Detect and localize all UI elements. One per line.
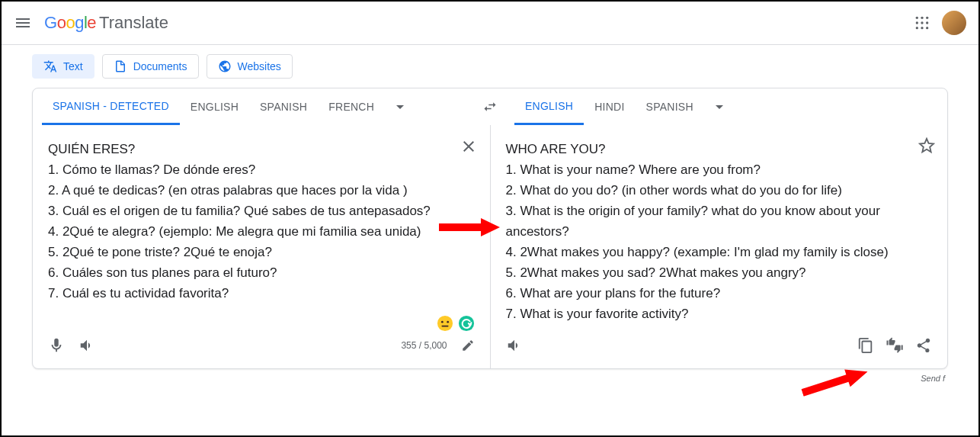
apps-icon[interactable] [914, 15, 930, 31]
mic-icon[interactable] [48, 337, 65, 354]
swap-icon [482, 99, 498, 114]
edit-icon[interactable] [461, 339, 475, 352]
source-more-langs-icon[interactable] [391, 98, 409, 116]
target-text: WHO ARE YOU? 1. What is your name? Where… [506, 139, 933, 324]
target-panel: WHO ARE YOU? 1. What is your name? Where… [491, 125, 948, 368]
document-icon [114, 59, 127, 73]
svg-point-3 [916, 21, 918, 24]
svg-point-11 [447, 321, 449, 323]
inline-suggestions [437, 315, 475, 332]
svg-point-8 [926, 27, 928, 29]
swap-languages-button[interactable] [475, 99, 505, 114]
app-header: Google Translate [2, 2, 978, 44]
svg-point-0 [916, 17, 918, 19]
target-lang-english[interactable]: ENGLISH [514, 88, 584, 125]
target-lang-hindi[interactable]: HINDI [584, 88, 635, 125]
source-lang-french[interactable]: FRENCH [318, 88, 385, 125]
mode-websites-label: Websites [238, 60, 281, 72]
user-avatar[interactable] [942, 11, 966, 35]
save-translation-icon[interactable] [918, 137, 935, 154]
globe-icon [218, 59, 232, 73]
source-lang-english[interactable]: ENGLISH [180, 88, 249, 125]
app-logo[interactable]: Google Translate [44, 13, 168, 33]
svg-rect-12 [441, 326, 448, 327]
svg-point-10 [440, 321, 443, 323]
menu-icon[interactable] [14, 14, 32, 32]
neutral-face-emoji-icon [437, 315, 453, 332]
rate-translation-icon[interactable] [886, 337, 903, 354]
translate-card: SPANISH - DETECTED ENGLISH SPANISH FRENC… [32, 88, 948, 369]
target-lang-tabs: ENGLISH HINDI SPANISH [505, 88, 947, 125]
mode-text-label: Text [63, 60, 83, 72]
source-text[interactable]: QUIÉN ERES? 1. Cómo te llamas? De dónde … [48, 139, 475, 324]
grammarly-icon[interactable] [458, 315, 475, 332]
svg-point-2 [926, 17, 928, 19]
mode-websites-tab[interactable]: Websites [207, 54, 293, 79]
svg-point-4 [921, 21, 923, 24]
language-bar: SPANISH - DETECTED ENGLISH SPANISH FRENC… [33, 88, 947, 125]
translate-icon [43, 59, 57, 73]
clear-input-icon[interactable] [460, 137, 478, 156]
svg-point-6 [916, 27, 918, 29]
copy-translation-icon[interactable] [857, 337, 874, 354]
product-name: Translate [99, 13, 168, 33]
svg-point-5 [926, 21, 928, 24]
mode-documents-label: Documents [133, 60, 187, 72]
mode-tabs: Text Documents Websites [2, 45, 978, 88]
source-lang-tabs: SPANISH - DETECTED ENGLISH SPANISH FRENC… [33, 88, 475, 125]
listen-source-icon[interactable] [78, 337, 95, 354]
listen-target-icon[interactable] [506, 337, 523, 354]
svg-point-9 [437, 316, 452, 331]
source-lang-detected[interactable]: SPANISH - DETECTED [42, 88, 180, 125]
char-count: 355 / 5,000 [401, 340, 447, 351]
mode-text-tab[interactable]: Text [32, 54, 94, 79]
send-feedback-label[interactable]: Send f [2, 374, 945, 383]
svg-point-1 [921, 17, 923, 19]
target-footer [506, 330, 933, 361]
svg-point-7 [921, 27, 923, 29]
mode-documents-tab[interactable]: Documents [102, 54, 199, 79]
source-lang-spanish[interactable]: SPANISH [249, 88, 318, 125]
source-panel: QUIÉN ERES? 1. Cómo te llamas? De dónde … [33, 125, 491, 368]
source-footer: 355 / 5,000 [48, 330, 475, 361]
share-translation-icon[interactable] [915, 337, 932, 354]
target-more-langs-icon[interactable] [710, 98, 729, 116]
target-lang-spanish[interactable]: SPANISH [636, 88, 704, 125]
